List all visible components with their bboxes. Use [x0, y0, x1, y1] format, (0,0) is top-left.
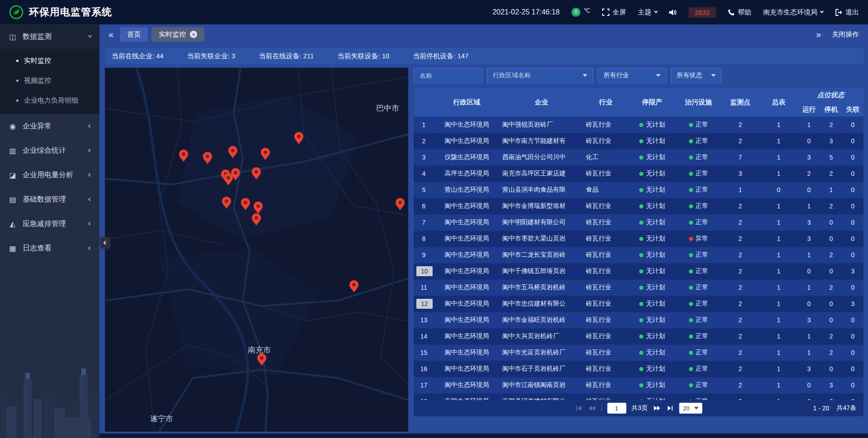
- table-row[interactable]: 15阆中生态环境局阆中市光富页岩机砖厂砖瓦行业无计划正常21120: [414, 344, 863, 361]
- table-row[interactable]: 3仪陇生态环境局西南油气田分公司川中化工无计划正常71350: [414, 149, 863, 165]
- table-row[interactable]: 12阆中生态环境局阆中市忠信建材有限公砖瓦行业无计划正常21003: [414, 296, 863, 312]
- sidebar-group: ▤基础数据管理: [0, 187, 99, 212]
- sidebar-item[interactable]: 视频监控: [0, 71, 99, 90]
- sidebar-item[interactable]: 实时监控: [0, 51, 99, 71]
- name-filter-input[interactable]: [414, 68, 482, 83]
- map-city-label: 遂宁市: [150, 414, 173, 423]
- fullscreen-button[interactable]: 全屏: [602, 8, 626, 17]
- status-dot-green-icon: [689, 204, 693, 208]
- sidebar-group-header[interactable]: ◭应急减排管理: [0, 212, 99, 236]
- phone-icon: [728, 9, 735, 16]
- table-row[interactable]: 16阆中生态环境局阆中市石子页岩机砖厂砖瓦行业无计划正常21300: [414, 361, 863, 377]
- table-row[interactable]: 17阆中生态环境局阆中市江南镇阆南页岩砖瓦行业无计划正常21030: [414, 377, 863, 393]
- map-city-label: 巴中市: [376, 104, 399, 113]
- sidebar-group-label: 企业用电量分析: [23, 170, 73, 180]
- status-dot-green-icon: [639, 204, 643, 208]
- status-dot-green-icon: [689, 269, 693, 273]
- map-collapse-button[interactable]: [100, 237, 110, 249]
- logout-button[interactable]: 退出: [835, 8, 859, 17]
- sidebar-group-header[interactable]: ▦日志查看: [0, 236, 99, 260]
- status-dot-green-icon: [639, 237, 643, 241]
- table-row[interactable]: 14阆中生态环境局阆中大兴页岩机砖厂砖瓦行业无计划正常21120: [414, 328, 863, 344]
- table-row[interactable]: 8阆中生态环境局阆中市枣碧大梁山页岩砖瓦行业无计划异常21300: [414, 231, 863, 247]
- table-row[interactable]: 1阆中生态环境局阆中强锐页岩砖厂砖瓦行业无计划正常21120: [414, 117, 863, 133]
- tab[interactable]: 实时监控×: [151, 27, 204, 42]
- stat-value: 10: [382, 52, 390, 61]
- sidebar-group: ◉企业异常: [0, 114, 99, 138]
- table-row[interactable]: 4高坪生态环境局南充市高坪区王家店建砖瓦行业无计划正常31220: [414, 165, 863, 182]
- skyline-decoration: [0, 361, 99, 438]
- status-dot-green-icon: [689, 383, 693, 387]
- map-city-label: 南充市: [248, 346, 271, 354]
- sidebar-item-label: 企业电力负荷明细: [24, 96, 78, 105]
- stat-item: 当前在线企业:44: [112, 52, 164, 61]
- status-filter-select[interactable]: 所有状态: [671, 68, 722, 83]
- region-filter-select[interactable]: 行政区域名称: [487, 68, 593, 83]
- table-row[interactable]: 7阆中生态环境局阆中明阳建材有限公司砖瓦行业无计划正常21300: [414, 214, 863, 231]
- next-page-button[interactable]: [653, 405, 661, 411]
- status-filter-value: 所有状态: [677, 71, 702, 80]
- map-panel[interactable]: 巴中市南充市遂宁市: [105, 68, 408, 432]
- table-row[interactable]: 13阆中生态环境局阆中市金福旺页岩机砖砖瓦行业无计划正常21300: [414, 312, 863, 328]
- help-button[interactable]: 帮助: [728, 8, 751, 17]
- table-row[interactable]: 10阆中生态环境局阆中千佛镇五郎垭页岩砖瓦行业无计划正常21003: [414, 263, 863, 279]
- filter-bar: 行政区域名称 所有行业 所有状态: [414, 68, 863, 83]
- table-row[interactable]: 2阆中生态环境局阆中市南方节能建材有砖瓦行业无计划正常21030: [414, 133, 863, 149]
- table-row[interactable]: 6阆中生态环境局阆中市金博瑞新型墙材砖瓦行业无计划正常21120: [414, 198, 863, 214]
- last-page-button[interactable]: [667, 405, 674, 411]
- status-dot-green-icon: [689, 253, 693, 257]
- database-icon: ▤: [8, 195, 17, 204]
- sidebar-group-header[interactable]: ◉企业异常: [0, 114, 99, 138]
- close-operations-button[interactable]: 关闭操作: [832, 30, 859, 39]
- sidebar-group-label: 企业综合统计: [23, 146, 66, 155]
- prev-page-button[interactable]: [588, 405, 596, 411]
- tabs-scroll-left-icon[interactable]: «: [106, 29, 116, 40]
- stat-label: 当前停机设备:: [413, 52, 455, 61]
- org-dropdown[interactable]: 南充市生态环境局: [763, 8, 823, 17]
- first-page-button[interactable]: [575, 405, 582, 411]
- alarm-speaker-icon[interactable]: [669, 9, 677, 16]
- sidebar-group: ◫数据监测实时监控视频监控企业电力负荷明细: [0, 24, 99, 114]
- table-row[interactable]: 5营山生态环境局营山县润丰肉食品有限食品无计划正常10010: [414, 182, 863, 198]
- theme-dropdown[interactable]: 主题: [638, 8, 657, 17]
- status-dot-green-icon: [689, 172, 693, 176]
- emergency-icon: ◭: [8, 220, 17, 228]
- sidebar-group-header[interactable]: ▥企业综合统计: [0, 138, 99, 163]
- col-meter: 总表: [760, 88, 798, 117]
- sidebar-group-header[interactable]: ▤基础数据管理: [0, 187, 99, 212]
- sidebar-group-header[interactable]: ◫数据监测: [0, 24, 99, 49]
- status-dot-green-icon: [689, 155, 693, 160]
- alarm-count-badge[interactable]: 2632: [689, 7, 716, 18]
- sidebar-group-label: 数据监测: [23, 32, 52, 42]
- stat-label: 当前在线企业:: [112, 52, 154, 61]
- status-dot-green-icon: [639, 302, 643, 306]
- status-dot-green-icon: [639, 188, 643, 192]
- tab-label: 首页: [127, 30, 141, 39]
- caret-down-icon: [583, 74, 587, 77]
- status-dot-green-icon: [639, 334, 643, 339]
- table-row[interactable]: 18南部生态环境局南部县珂俊建材有限公砖瓦行业无计划正常21060: [414, 393, 863, 400]
- status-dot-green-icon: [689, 286, 693, 290]
- col-company: 企业: [500, 88, 583, 117]
- logout-icon: [835, 9, 842, 16]
- page-size-select[interactable]: 20: [679, 403, 702, 414]
- sidebar-group: ▦日志查看: [0, 236, 99, 260]
- fullscreen-icon: [602, 9, 609, 16]
- table-row[interactable]: 9阆中生态环境局阆中市二龙长宝页岩砖砖瓦行业无计划正常21120: [414, 247, 863, 263]
- range-label: 1 - 20: [813, 405, 830, 412]
- status-dot-green-icon: [689, 334, 693, 339]
- tab[interactable]: 首页: [120, 27, 148, 42]
- total-pages-label: 共3页: [632, 404, 648, 412]
- tab-close-icon[interactable]: ×: [190, 31, 197, 38]
- sidebar-item-label: 实时监控: [24, 57, 51, 65]
- sidebar-menu: ◫数据监测实时监控视频监控企业电力负荷明细◉企业异常▥企业综合统计◪企业用电量分…: [0, 24, 99, 260]
- page-number-input[interactable]: 1: [607, 403, 626, 414]
- pagination-controls: 1 共3页 20: [575, 400, 702, 416]
- sidebar-group-header[interactable]: ◪企业用电量分析: [0, 163, 99, 187]
- sidebar-item[interactable]: 企业电力负荷明细: [0, 90, 99, 110]
- chevron-left-icon: [88, 149, 92, 152]
- table-row[interactable]: 11阆中生态环境局阆中市五马桥页岩机砖砖瓦行业无计划正常21120: [414, 279, 863, 296]
- sidebar-group: ▥企业综合统计: [0, 138, 99, 163]
- tabs-scroll-right-icon[interactable]: »: [813, 29, 824, 40]
- industry-filter-select[interactable]: 所有行业: [598, 68, 666, 83]
